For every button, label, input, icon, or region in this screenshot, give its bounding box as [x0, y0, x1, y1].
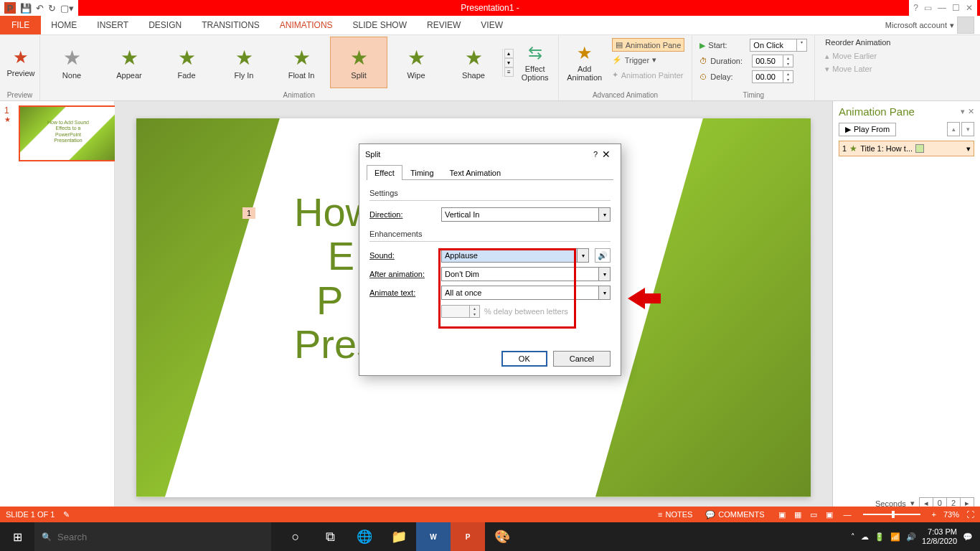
zoom-out-icon[interactable]: — — [844, 510, 852, 519]
slideshow-icon[interactable]: ▢▾ — [60, 3, 74, 14]
play-from-button[interactable]: ▶Play From — [839, 123, 896, 136]
start-dropdown[interactable]: On Click▾ — [750, 39, 807, 52]
anim-appear[interactable]: ★Appear — [100, 37, 158, 88]
star-icon: ★ — [293, 46, 311, 70]
explorer-icon[interactable]: 📁 — [382, 522, 416, 551]
animate-text-dropdown[interactable]: All at once▾ — [441, 286, 611, 300]
anim-gallery-scroll[interactable]: ▴ ▾ ≡ — [502, 49, 515, 77]
taskview-icon[interactable]: ⧉ — [313, 522, 347, 551]
tab-animations[interactable]: ANIMATIONS — [270, 16, 343, 34]
account-menu[interactable]: Microsoft account ▾ — [880, 16, 980, 34]
after-animation-dropdown[interactable]: Don't Dim▾ — [441, 267, 611, 281]
tab-home[interactable]: HOME — [41, 16, 87, 34]
duration-input[interactable]: 00.50▴▾ — [752, 55, 793, 67]
taskbar: ⊞ 🔍 ○ ⧉ 🌐 📁 W P 🎨 ˄ ☁ 🔋 📶 🔊 7:03 PM 12/8… — [0, 522, 980, 551]
slide-bg-left — [136, 118, 280, 497]
animation-number-tag[interactable]: 1 — [242, 207, 255, 219]
tab-timing[interactable]: Timing — [402, 165, 442, 180]
anim-flyin[interactable]: ★Fly In — [215, 37, 273, 88]
word-icon[interactable]: W — [416, 522, 451, 551]
paint-icon[interactable]: 🎨 — [485, 522, 519, 551]
slideshow-view-icon[interactable]: ▣ — [822, 509, 837, 520]
preview-button[interactable]: ★ Preview — [3, 37, 39, 88]
sound-dropdown[interactable]: Applause▾ — [441, 248, 589, 263]
undo-icon[interactable]: ↶ — [36, 3, 44, 14]
move-down-button[interactable]: ▾ — [961, 122, 974, 136]
anim-wipe[interactable]: ★Wipe — [387, 37, 445, 88]
scroll-up-icon[interactable]: ▴ — [504, 49, 514, 58]
anim-fade[interactable]: ★Fade — [158, 37, 215, 88]
move-up-button[interactable]: ▴ — [947, 122, 960, 136]
direction-dropdown[interactable]: Vertical In▾ — [441, 207, 611, 222]
tab-effect[interactable]: Effect — [367, 165, 402, 180]
minimize-icon[interactable]: — — [938, 3, 946, 13]
effect-options-button[interactable]: ⇆ Effect Options — [515, 37, 555, 88]
tab-slideshow[interactable]: SLIDE SHOW — [343, 16, 417, 34]
comments-button[interactable]: 💬COMMENTS — [702, 510, 767, 519]
preview-star-icon: ★ — [13, 47, 29, 67]
view-mode-buttons[interactable]: ▣ ▦ ▭ ▣ — [775, 509, 837, 520]
speaker-icon[interactable]: 🔊 — [595, 248, 611, 263]
trigger-button[interactable]: ⚡Trigger▾ — [612, 53, 685, 67]
pane-close-icon[interactable]: ✕ — [968, 107, 974, 116]
animation-item-1[interactable]: 1 ★ Title 1: How t... ▾ — [839, 141, 974, 156]
scroll-down-icon[interactable]: ▾ — [504, 58, 514, 67]
pane-dropdown-icon[interactable]: ▾ — [961, 107, 965, 116]
tab-insert[interactable]: INSERT — [87, 16, 138, 34]
cortana-icon[interactable]: ○ — [278, 522, 313, 551]
powerpoint-icon[interactable]: P — [451, 522, 485, 551]
reading-view-icon[interactable]: ▭ — [806, 509, 821, 520]
clock[interactable]: 7:03 PM 12/8/2020 — [922, 527, 957, 546]
cancel-button[interactable]: Cancel — [553, 351, 611, 367]
cloud-icon[interactable]: ☁ — [861, 532, 869, 542]
animation-pane-button[interactable]: ▤Animation Pane — [612, 38, 685, 52]
anim-none[interactable]: ★None — [43, 37, 100, 88]
search-input[interactable] — [57, 532, 264, 542]
normal-view-icon[interactable]: ▣ — [775, 509, 789, 520]
tray-expand-icon[interactable]: ˄ — [851, 532, 855, 542]
fit-window-icon[interactable]: ⛶ — [966, 510, 974, 519]
sorter-view-icon[interactable]: ▦ — [791, 509, 805, 520]
tab-transitions[interactable]: TRANSITIONS — [192, 16, 270, 34]
save-icon[interactable]: 💾 — [20, 3, 32, 14]
arrows-icon: ⇆ — [528, 43, 542, 63]
start-button[interactable]: ⊞ — [0, 522, 34, 551]
animation-pane-title: Animation Pane — [839, 105, 915, 118]
search-box[interactable]: 🔍 — [34, 522, 271, 551]
anim-split[interactable]: ★Split — [330, 37, 387, 88]
group-animation: ★None ★Appear ★Fade ★Fly In ★Float In ★S… — [40, 35, 559, 100]
after-animation-label: After animation: — [369, 270, 435, 278]
star-icon: ★ — [121, 46, 138, 70]
help-icon[interactable]: ? — [913, 3, 918, 13]
notes-button[interactable]: ≡NOTES — [655, 510, 695, 519]
tab-view[interactable]: VIEW — [471, 16, 513, 34]
battery-icon[interactable]: 🔋 — [875, 532, 885, 542]
tab-text-animation[interactable]: Text Animation — [442, 165, 509, 180]
ok-button[interactable]: OK — [501, 351, 547, 367]
tab-design[interactable]: DESIGN — [138, 16, 192, 34]
ribbon-options-icon[interactable]: ▭ — [924, 3, 932, 13]
anim-floatin[interactable]: ★Float In — [273, 37, 330, 88]
ribbon: ★ Preview Preview ★None ★Appear ★Fade ★F… — [0, 35, 980, 101]
chrome-icon[interactable]: 🌐 — [347, 522, 382, 551]
chevron-down-icon[interactable]: ▾ — [966, 144, 971, 154]
expand-icon[interactable]: ≡ — [504, 67, 514, 77]
redo-icon[interactable]: ↻ — [48, 3, 56, 14]
zoom-slider[interactable] — [863, 514, 920, 515]
maximize-icon[interactable]: ☐ — [952, 3, 960, 13]
zoom-in-icon[interactable]: + — [932, 510, 936, 519]
tab-review[interactable]: REVIEW — [417, 16, 471, 34]
notifications-icon[interactable]: 💬 — [963, 532, 973, 542]
close-icon[interactable]: ✕ — [598, 149, 615, 160]
delay-input[interactable]: 00.00▴▾ — [752, 70, 793, 83]
add-animation-button[interactable]: ★ Add Animation — [562, 37, 608, 88]
spellcheck-icon[interactable]: ✎ — [63, 510, 70, 519]
zoom-percent[interactable]: 73% — [943, 510, 959, 519]
slide-thumbnail-1[interactable]: How to Add Sound Effects to a PowerPoint… — [19, 105, 118, 161]
wifi-icon[interactable]: 📶 — [890, 532, 900, 542]
direction-label: Direction: — [369, 210, 435, 219]
volume-icon[interactable]: 🔊 — [906, 532, 916, 542]
file-tab[interactable]: FILE — [0, 16, 41, 34]
close-icon[interactable]: ✕ — [966, 3, 973, 13]
anim-shape[interactable]: ★Shape — [445, 37, 502, 88]
